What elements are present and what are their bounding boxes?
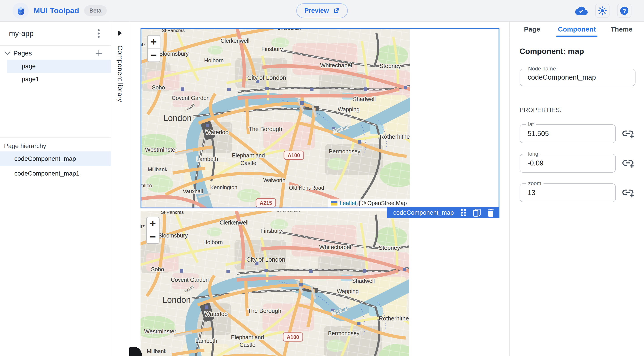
open-in-new-icon [332, 7, 340, 14]
long-bind-button[interactable] [622, 158, 634, 168]
map-label: Finsbury [260, 228, 282, 234]
editor-canvas[interactable]: St PancrasShoreditchitzClerkenwellFinsbu… [129, 22, 509, 356]
selected-component-name: codeComponent_map [393, 209, 454, 216]
sidebar-item-page[interactable]: page [7, 60, 111, 73]
delete-icon[interactable] [487, 209, 494, 217]
zoom-bind-button[interactable] [622, 188, 634, 198]
map-label: City of London [247, 74, 286, 81]
map-label: City of London [246, 256, 285, 263]
map-zoom-control: + − [147, 35, 160, 62]
map-label: Westminster [144, 328, 176, 335]
zoom-field[interactable]: zoom 13 [520, 183, 616, 202]
leaflet-map-1[interactable]: St PancrasShoreditchitzClerkenwellFinsbu… [142, 29, 410, 208]
map2-zoom-in-button[interactable]: + [147, 217, 159, 230]
beta-badge: Beta [84, 5, 107, 16]
add-page-button[interactable] [94, 48, 104, 58]
drag-handle-icon[interactable] [460, 209, 466, 217]
map-label: Elephant and [231, 334, 264, 340]
selected-component-tag: codeComponent_map [387, 207, 500, 218]
lat-field[interactable]: lat 51.505 [520, 124, 616, 143]
pages-spacer [0, 86, 111, 137]
tab-page[interactable]: Page [510, 22, 554, 37]
map-label: Stepney [378, 244, 400, 251]
long-value[interactable]: -0.09 [520, 154, 615, 172]
map-label: Westminster [145, 146, 177, 153]
map-label: Holborn [204, 57, 224, 63]
map-label: mlico [142, 182, 152, 189]
component-library-strip[interactable]: Component library [111, 22, 129, 356]
sidebar: my-app Pages page [0, 22, 111, 356]
page-hierarchy-title: Page hierarchy [0, 137, 111, 151]
hierarchy-item-codeComponent_map1[interactable]: codeComponent_map1 [0, 166, 111, 181]
ukraine-flag-icon [331, 201, 338, 206]
tab-component[interactable]: Component [554, 22, 599, 37]
lat-label: lat [526, 121, 536, 127]
map-label: Whitechapel [320, 62, 352, 69]
preview-button[interactable]: Preview [296, 3, 348, 18]
pages-section-label: Pages [14, 50, 32, 57]
pages-section-header[interactable]: Pages [0, 47, 111, 60]
map-label: Shadwell [352, 278, 374, 284]
chevron-down-icon [4, 51, 10, 55]
zoom-out-button[interactable]: − [148, 48, 160, 61]
map-label: Bloomsbury [159, 50, 189, 57]
header-actions: ? [575, 3, 644, 18]
leaflet-map-2[interactable]: St PancrasShoreditchitzClerkenwellFinsbu… [140, 211, 409, 356]
sidebar-divider [0, 45, 111, 46]
lat-value[interactable]: 51.505 [520, 125, 615, 143]
map-label: Covent Garden [172, 95, 210, 101]
app-header: MUI Toolpad Beta Preview [0, 0, 644, 22]
hierarchy-item-codeComponent_map[interactable]: codeComponent_map [0, 151, 111, 166]
prop-row-zoom: zoom 13 [520, 183, 634, 202]
zoom-label: zoom [526, 180, 544, 187]
zoom-value[interactable]: 13 [520, 184, 615, 202]
toolpad-app: MUI Toolpad Beta Preview [0, 0, 644, 356]
duplicate-icon[interactable] [473, 209, 481, 217]
map-label: Shoreditch [277, 29, 301, 31]
preview-button-label: Preview [304, 7, 329, 14]
map-label: Clerkenwell [220, 37, 249, 44]
map-label: Kennington [210, 184, 237, 190]
map-label: Elephant and [232, 152, 265, 159]
map-attribution: Leaflet | © OpenStreetMap [328, 199, 410, 208]
map-label: The Borough [248, 126, 282, 132]
leaflet-link[interactable]: Leaflet [340, 200, 356, 206]
dev-overlay-badge[interactable] [129, 347, 142, 356]
help-button[interactable]: ? [617, 3, 632, 18]
mui-toolpad-logo-icon [12, 3, 29, 19]
osm-tiles: St PancrasShoreditchitzClerkenwellFinsbu… [140, 211, 409, 356]
long-field[interactable]: long -0.09 [520, 154, 616, 173]
app-menu-button[interactable] [93, 28, 104, 39]
sidebar-item-page1[interactable]: page1 [0, 73, 111, 86]
inspector-panel: Page Component Theme Component: map Node… [509, 22, 644, 356]
map-label: Covent Garden [171, 277, 209, 283]
map-label: Holborn [203, 239, 223, 245]
map-component-selected[interactable]: St PancrasShoreditchitzClerkenwellFinsbu… [140, 28, 500, 208]
osm-tiles: St PancrasShoreditchitzClerkenwellFinsbu… [142, 29, 410, 208]
tab-theme[interactable]: Theme [599, 22, 644, 37]
map2-zoom-out-button[interactable]: − [147, 230, 159, 243]
road-badge: A100 [283, 333, 303, 341]
map-label: Rotherhithe [380, 133, 410, 140]
map-label: Lambeth [195, 338, 217, 344]
map-label: St Pancras [162, 29, 185, 33]
add-binding-icon [622, 158, 634, 168]
map-label: itz [142, 42, 146, 47]
component-heading: Component: map [520, 47, 634, 56]
map-label: Soho [151, 266, 164, 272]
map-label: Rotherhithe [379, 315, 409, 322]
svg-text:A100: A100 [288, 152, 300, 158]
map-label: itz [140, 224, 145, 229]
map-label: Waterloo [206, 129, 228, 135]
theme-toggle-button[interactable] [595, 3, 610, 18]
prop-row-lat: lat 51.505 [520, 124, 634, 143]
map-label: Wapping [338, 106, 360, 112]
node-name-field[interactable]: Node name codeComponent_map [520, 69, 636, 86]
expand-right-icon [118, 30, 122, 36]
map-component-2[interactable]: St PancrasShoreditchitzClerkenwellFinsbu… [140, 211, 409, 356]
map-label: Clerkenwell [220, 219, 248, 226]
zoom-in-button[interactable]: + [148, 35, 160, 48]
node-name-label: Node name [526, 65, 558, 72]
lat-bind-button[interactable] [622, 129, 634, 139]
add-binding-icon [622, 129, 634, 139]
